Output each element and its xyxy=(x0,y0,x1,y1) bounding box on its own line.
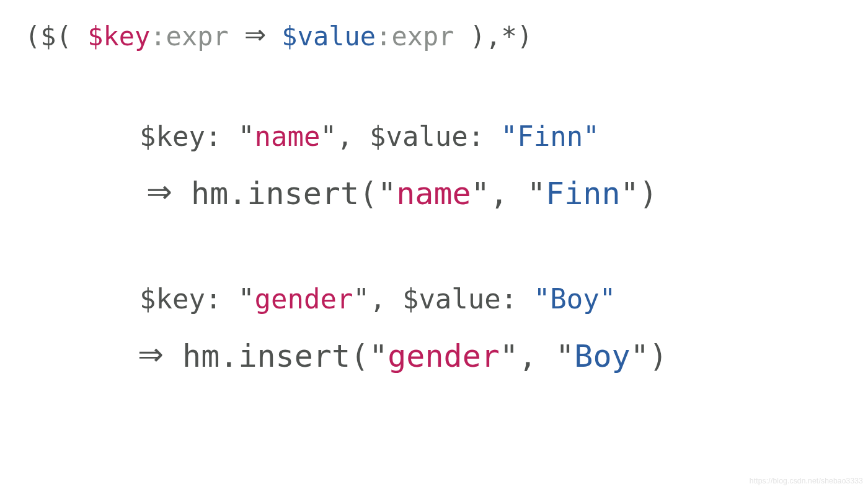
ex2-call-key-qc: " xyxy=(500,338,518,374)
watermark: https://blog.csdn.net/shebao3333 xyxy=(750,477,863,485)
implies-icon: ⇒ xyxy=(138,339,164,370)
ex2-key-label: $key: xyxy=(140,283,238,315)
ex1-mid: , $value: xyxy=(337,120,501,152)
ex1-key-quote-open: " xyxy=(238,120,255,152)
pattern-colon-2: : xyxy=(376,21,391,52)
pattern-expr-2: expr xyxy=(391,21,454,52)
ex2-call-pre: hm.insert( xyxy=(164,338,369,374)
pattern-mid-space-1 xyxy=(229,21,244,52)
example1-binding: $key: "name", $value: "Finn" xyxy=(140,123,600,150)
ex2-key-quote-open: " xyxy=(238,283,255,315)
ex1-call-key-qo: " xyxy=(378,176,396,212)
ex2-value: "Boy" xyxy=(534,283,616,315)
macro-pattern: ($( $key:expr ⇒ $value:expr ),*) xyxy=(25,24,533,50)
pattern-value-var: $value xyxy=(281,21,376,52)
ex2-key-quote-close: " xyxy=(353,283,370,315)
example2-binding: $key: "gender", $value: "Boy" xyxy=(140,285,616,313)
ex1-key-label: $key: xyxy=(140,120,238,152)
ex1-call-key-inner: name xyxy=(396,176,471,212)
ex2-call-val-qo: " xyxy=(556,338,574,374)
ex1-key-inner: name xyxy=(254,120,320,152)
ex1-call-comma: , xyxy=(490,176,527,212)
pattern-key-var: $key xyxy=(87,21,150,52)
ex1-value: "Finn" xyxy=(501,120,600,152)
ex2-call-close: ) xyxy=(649,338,668,374)
example2-result: ⇒ hm.insert("gender", "Boy") xyxy=(138,341,668,372)
ex2-call-val-inner: Boy xyxy=(574,338,630,374)
pattern-expr-1: expr xyxy=(166,21,229,52)
slide: ($( $key:expr ⇒ $value:expr ),*) $key: "… xyxy=(0,0,868,489)
ex2-call-comma: , xyxy=(518,338,556,374)
pattern-open: ($( xyxy=(25,21,87,52)
example1-result: ⇒ hm.insert("name", "Finn") xyxy=(146,178,658,209)
implies-icon: ⇒ xyxy=(146,176,172,207)
ex1-call-key-qc: " xyxy=(471,176,490,212)
double-arrow-icon: ⇒ xyxy=(244,22,266,48)
ex1-call-val-qc: " xyxy=(621,176,639,212)
pattern-colon-1: : xyxy=(150,21,166,52)
ex1-call-val-qo: " xyxy=(527,176,546,212)
ex1-call-close: ) xyxy=(639,176,658,212)
ex2-mid: , $value: xyxy=(370,283,534,315)
ex2-call-key-qo: " xyxy=(369,338,388,374)
ex2-call-key-inner: gender xyxy=(388,338,500,374)
pattern-close: ),*) xyxy=(454,21,533,52)
ex2-call-val-qc: " xyxy=(631,338,649,374)
ex2-key-inner: gender xyxy=(254,283,353,315)
ex1-call-pre: hm.insert( xyxy=(172,176,378,212)
pattern-mid-space-2 xyxy=(266,21,281,52)
ex1-key-quote-close: " xyxy=(320,120,337,152)
ex1-call-val-inner: Finn xyxy=(546,176,620,212)
